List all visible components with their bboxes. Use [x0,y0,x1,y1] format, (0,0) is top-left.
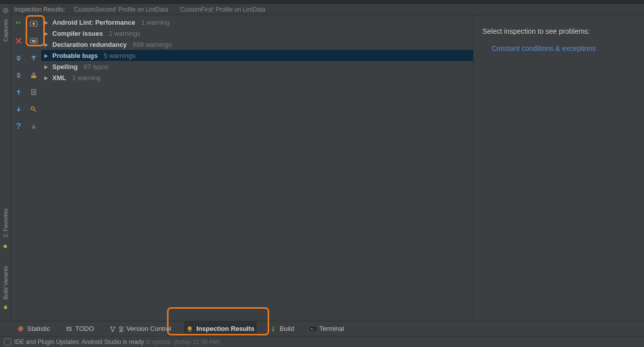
top-editor-strip [0,0,644,4]
toolwin-terminal[interactable]: Terminal [307,321,346,336]
tree-row-name: Compiler issues [52,30,103,37]
toolwin-build[interactable]: Build [268,321,296,336]
terminal-icon [309,325,316,332]
header-title: Inspection Results: [14,6,65,13]
expand-all-button[interactable] [13,52,24,63]
prev-button[interactable] [13,87,24,98]
tree-row-name: Spelling [52,63,78,71]
inspection-link[interactable]: Constant conditions & exceptions [482,44,635,52]
svg-rect-12 [31,76,36,78]
rail-build-variants[interactable]: Build Variants [3,264,9,311]
toolwin-label: TODO [75,325,94,332]
edit-settings-button[interactable] [28,87,39,98]
pie-icon [17,325,24,332]
inspection-toolbar: ? [11,15,41,321]
svg-rect-25 [310,327,316,331]
hammer-icon [270,325,277,332]
tree-row-count: 2 warnings [109,30,140,37]
inspection-detail-panel: Select inspection to see problems: Const… [473,15,644,321]
toolwin-label: 9: Version Control [119,325,171,332]
expand-arrow-icon[interactable]: ▶ [44,64,49,70]
expand-arrow-icon[interactable]: ▶ [44,75,49,81]
svg-rect-7 [18,107,19,110]
tree-row-name: Declaration redundancy [52,41,127,48]
annotation-highlight-bottom [167,307,269,335]
svg-rect-4 [16,58,21,58]
tree-row-name: Android Lint: Performance [52,19,135,26]
expand-arrow-icon[interactable]: ▶ [44,42,49,47]
status-text: IDE and Plugin Updates: Android Studio i… [14,338,220,345]
camera-icon [2,7,9,14]
rerun-button[interactable] [13,18,24,29]
tree-row[interactable]: ▶ Compiler issues 2 warnings [41,28,473,39]
annotation-highlight-toolbar [26,15,45,46]
inspection-tree[interactable]: ▶ Android Lint: Performance 1 warning ▶ … [41,15,473,321]
bottom-tool-bar: Statistic TODO 9: Version Control Inspec… [0,321,644,336]
star-icon: ★ [3,243,8,250]
todo-icon [65,325,72,332]
help-button[interactable]: ? [13,121,24,132]
left-tool-rail: Captures 2: Favorites ★ Build Variants [0,4,11,321]
android-icon [3,305,9,311]
tree-row-count: 1 warning [141,19,170,26]
expand-arrow-icon[interactable]: ▶ [44,20,49,25]
tree-row[interactable]: ▶ XML 1 warning [41,72,473,83]
filter-resolved-button[interactable] [28,52,39,63]
tree-row-name: XML [52,74,66,82]
tree-row-count: 609 warnings [133,41,172,48]
tree-row-count: 5 warnings [104,52,135,59]
tree-row-name: Probable bugs [52,52,98,59]
collapse-all-button[interactable] [13,70,24,81]
toolwin-statistic[interactable]: Statistic [15,321,52,336]
rail-build-variants-label: Build Variants [3,266,9,300]
toolwin-vcs[interactable]: 9: Version Control [107,321,173,336]
rail-captures[interactable]: Captures [2,7,9,44]
tree-row[interactable]: ▶ Android Lint: Performance 1 warning [41,17,473,28]
expand-arrow-icon[interactable]: ▶ [44,53,49,58]
results-tab-2[interactable]: 'CustomFirst' Profile on LintData [176,6,268,13]
quick-fix-button[interactable] [28,104,39,115]
svg-point-20 [113,326,115,328]
close-button[interactable] [13,35,24,46]
expand-arrow-icon[interactable]: ▶ [44,31,49,36]
inspection-tabs-header: Inspection Results: 'CustomSecond' Profi… [11,4,644,15]
svg-point-2 [4,306,5,307]
autoscroll-button[interactable] [28,121,39,132]
toolwin-todo[interactable]: TODO [63,321,96,336]
tree-row-count: 87 typos [84,63,109,71]
toolwin-label: Statistic [27,325,50,332]
svg-point-3 [6,306,6,307]
toolwin-label: Terminal [319,325,344,332]
rail-favorites-label: 2: Favorites [3,209,9,237]
svg-point-19 [110,326,112,328]
next-button[interactable] [13,104,24,115]
rail-captures-label: Captures [3,19,9,42]
tree-row-count: 1 warning [72,74,100,82]
svg-rect-5 [16,75,21,76]
toolwin-label: Build [280,325,294,332]
svg-rect-6 [18,92,19,95]
export-button[interactable] [28,70,39,81]
tree-row[interactable]: ▶ Spelling 87 typos [41,61,473,72]
rail-favorites[interactable]: 2: Favorites ★ [3,206,9,249]
svg-point-1 [5,10,7,12]
branch-icon [109,325,116,332]
status-bar: IDE and Plugin Updates: Android Studio i… [0,336,644,347]
results-tab-1[interactable]: 'CustomSecond' Profile on LintData [70,6,171,13]
messages-icon[interactable] [4,338,11,345]
tree-row[interactable]: ▶ Probable bugs 5 warnings [41,50,473,61]
svg-rect-16 [33,124,34,126]
tree-row[interactable]: ▶ Declaration redundancy 609 warnings [41,39,473,50]
svg-rect-24 [273,326,274,330]
detail-hint: Select inspection to see problems: [482,27,635,35]
